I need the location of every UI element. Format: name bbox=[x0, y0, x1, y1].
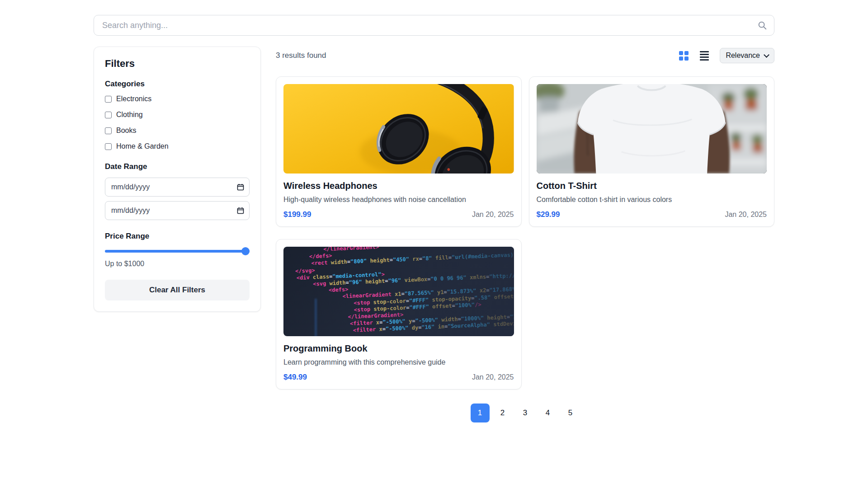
calendar-icon bbox=[237, 207, 244, 214]
tshirt-illustration bbox=[537, 84, 767, 174]
tshirt-photo bbox=[537, 84, 767, 174]
category-label: Home & Garden bbox=[116, 142, 169, 150]
calendar-icon bbox=[237, 183, 244, 191]
date-start-field bbox=[105, 178, 250, 197]
date-end-input[interactable] bbox=[105, 201, 250, 220]
category-label: Books bbox=[116, 127, 136, 135]
category-option-home-garden[interactable]: Home & Garden bbox=[105, 142, 250, 150]
grid-view-icon bbox=[679, 51, 689, 61]
card-date: Jan 20, 2025 bbox=[472, 211, 514, 219]
results-grid: Wireless Headphones High-quality wireles… bbox=[276, 76, 774, 389]
search-icon bbox=[757, 20, 767, 30]
slider-thumb[interactable] bbox=[241, 247, 250, 255]
card-title: Wireless Headphones bbox=[283, 181, 514, 191]
results-header: 3 results found Relevance bbox=[276, 47, 774, 65]
date-end-field bbox=[105, 201, 250, 220]
page-button-5[interactable]: 5 bbox=[561, 404, 580, 422]
headphones-illustration bbox=[283, 84, 514, 174]
code-photo: </linearGradient></defs><rect width="800… bbox=[283, 247, 514, 336]
date-start-input[interactable] bbox=[105, 178, 250, 197]
category-label: Electronics bbox=[116, 95, 151, 103]
page-button-1[interactable]: 1 bbox=[471, 404, 490, 422]
grid-view-button[interactable] bbox=[678, 50, 689, 61]
card-price: $199.99 bbox=[283, 210, 311, 219]
list-view-button[interactable] bbox=[699, 50, 710, 61]
result-card-wireless-headphones[interactable]: Wireless Headphones High-quality wireles… bbox=[276, 76, 522, 227]
search-bar bbox=[94, 15, 774, 36]
card-price: $29.99 bbox=[537, 210, 560, 219]
page-button-2[interactable]: 2 bbox=[493, 404, 512, 422]
result-card-programming-book[interactable]: </linearGradient></defs><rect width="800… bbox=[276, 239, 522, 389]
card-title: Cotton T-Shirt bbox=[537, 181, 767, 191]
sort-dropdown[interactable]: Relevance bbox=[720, 48, 774, 63]
page-button-3[interactable]: 3 bbox=[516, 404, 535, 422]
price-range-title: Price Range bbox=[105, 232, 250, 241]
filters-panel: Filters Categories Electronics Clothing … bbox=[94, 47, 261, 312]
electronics-checkbox[interactable] bbox=[105, 96, 112, 103]
filters-title: Filters bbox=[105, 58, 250, 70]
clear-filters-button[interactable]: Clear All Filters bbox=[105, 280, 250, 300]
clothing-checkbox[interactable] bbox=[105, 112, 112, 118]
card-date: Jan 20, 2025 bbox=[725, 211, 767, 219]
card-date: Jan 20, 2025 bbox=[472, 373, 514, 381]
search-input[interactable] bbox=[94, 15, 774, 36]
results-count: 3 results found bbox=[276, 51, 326, 60]
category-label: Clothing bbox=[116, 111, 143, 119]
home-garden-checkbox[interactable] bbox=[105, 143, 112, 150]
category-option-books[interactable]: Books bbox=[105, 127, 250, 135]
card-description: Learn programming with this comprehensiv… bbox=[283, 358, 514, 366]
page-button-4[interactable]: 4 bbox=[538, 404, 557, 422]
headphones-photo bbox=[283, 84, 514, 174]
category-option-electronics[interactable]: Electronics bbox=[105, 95, 250, 103]
sort-selected-label: Relevance bbox=[726, 52, 760, 60]
card-description: Comfortable cotton t-shirt in various co… bbox=[537, 196, 767, 204]
price-range-value: Up to $1000 bbox=[105, 260, 250, 268]
results-area: 3 results found Relevance bbox=[276, 47, 774, 422]
books-checkbox[interactable] bbox=[105, 127, 112, 134]
price-range-slider[interactable] bbox=[105, 247, 250, 255]
chevron-down-icon bbox=[764, 52, 769, 58]
card-title: Programming Book bbox=[283, 343, 514, 354]
pagination: 1 2 3 4 5 bbox=[276, 404, 774, 422]
categories-title: Categories bbox=[105, 80, 250, 89]
list-view-icon bbox=[700, 51, 709, 61]
card-description: High-quality wireless headphones with no… bbox=[283, 196, 514, 204]
code-lines: </linearGradient></defs><rect width="800… bbox=[285, 247, 514, 336]
date-range-title: Date Range bbox=[105, 162, 250, 171]
card-price: $49.99 bbox=[283, 373, 307, 382]
page-container: Filters Categories Electronics Clothing … bbox=[94, 15, 774, 422]
category-option-clothing[interactable]: Clothing bbox=[105, 111, 250, 119]
empty-grid-cell bbox=[529, 239, 775, 389]
result-card-cotton-t-shirt[interactable]: Cotton T-Shirt Comfortable cotton t-shir… bbox=[529, 76, 775, 227]
slider-track bbox=[105, 250, 250, 253]
